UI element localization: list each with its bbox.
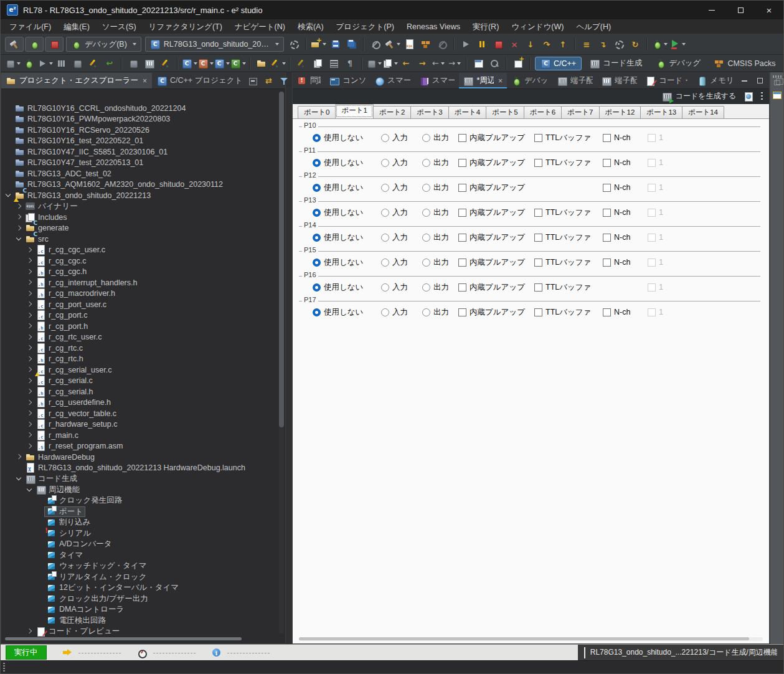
tree-item[interactable]: シリアル [1,528,285,539]
new-wizard-button[interactable] [310,37,327,52]
launch-config-combo[interactable]: RL78G13_ondo_shitudo_20221213 | [145,37,284,52]
annotate-button[interactable] [158,56,173,71]
tree-item[interactable]: r_cg_cgc_user.c [1,245,285,256]
twistie-icon[interactable] [25,255,34,266]
radio-output-P11[interactable]: 出力 [422,155,449,170]
search-button[interactable] [487,56,502,71]
build-button[interactable] [5,37,24,52]
suspend-button[interactable] [475,37,489,52]
tree-item[interactable]: クロック出力/ブザー出力 [1,594,285,605]
port-tab-ポート12[interactable]: ポート12 [599,106,641,118]
maximize-view-button[interactable] [754,75,765,87]
menu-item-9[interactable]: ウィンドウ(W) [505,19,570,34]
search-text-button[interactable] [270,56,285,71]
view-tab-8[interactable]: コード・... [641,73,692,88]
step-over-button[interactable] [539,37,554,52]
new-c-file-button[interactable] [214,56,229,71]
radio-unused-P16[interactable]: 使用しない [313,280,363,295]
view-tab-0[interactable]: 問題 [293,73,325,88]
twistie-icon[interactable] [25,408,34,419]
checkbox-pullup-P10[interactable]: 内蔵プルアップ [458,130,525,145]
profile-button[interactable] [70,56,85,71]
debug-history-button[interactable] [651,37,668,52]
checkbox-pullup-P13[interactable]: 内蔵プルアップ [458,205,525,220]
tree-item[interactable]: ポート [1,506,285,518]
menu-item-1[interactable]: 編集(E) [57,19,96,34]
twistie-icon[interactable] [14,212,23,222]
tree-item[interactable]: r_hardware_setup.c [1,419,285,430]
menu-item-5[interactable]: 検索(A) [291,19,330,34]
twistie-icon[interactable] [25,267,34,277]
tree-item[interactable]: r_cg_serial_user.c [1,364,285,376]
build-all-button[interactable] [418,37,433,52]
save-block-button[interactable] [366,56,381,71]
view-menu-icon[interactable] [761,92,763,100]
collapse-all-button[interactable] [247,75,258,87]
twistie-icon[interactable] [25,397,34,408]
save-button[interactable] [328,37,343,52]
twistie-icon[interactable] [14,223,23,234]
radio-output-P10[interactable]: 出力 [422,130,449,145]
pin-editor-button[interactable] [294,56,309,71]
step-into-button[interactable] [523,37,538,52]
close-icon[interactable]: × [143,77,147,85]
tree-item[interactable]: r_reset_program.asm [1,441,285,452]
back-edit-button[interactable] [399,56,413,71]
checkbox-pullup-P16[interactable]: 内蔵プルアップ [458,280,525,295]
back-button[interactable] [431,56,446,71]
checkbox-ttl-P13[interactable]: TTLバッファ [534,205,591,220]
restore-views-icon[interactable] [774,80,780,85]
view-tab-9[interactable]: メモリー [692,73,739,88]
tree-item[interactable]: r_cg_vector_table.c [1,408,285,419]
new-codegen-button[interactable] [142,56,157,71]
tree-item[interactable]: ウォッチドッグ・タイマ [1,561,285,572]
new-c-source-button[interactable] [182,56,197,71]
twistie-icon[interactable] [25,321,34,331]
tree-item[interactable]: Csrc [1,234,285,245]
menu-item-3[interactable]: リファクタリング(T) [143,19,229,34]
new-class-button[interactable] [230,56,245,71]
port-tab-ポート14[interactable]: ポート14 [682,106,724,118]
close-icon[interactable]: × [498,77,503,85]
move-to-line-button[interactable] [595,37,610,52]
radio-output-P12[interactable]: 出力 [422,180,449,195]
view-tab-6[interactable]: 端子配... [553,73,597,88]
tree-item[interactable]: r_cg_port.h [1,321,285,332]
checkbox-ttl-P16[interactable]: TTLバッファ [534,280,591,295]
format-button[interactable] [326,56,341,71]
tree-item[interactable]: A/Dコンバータ [1,539,285,550]
tree-item[interactable]: コード・プレビュー [1,626,285,637]
tree-item[interactable]: Cgenerate [1,223,285,234]
terminate-button[interactable] [45,37,64,52]
port-tab-ポート2[interactable]: ポート2 [373,106,411,118]
run-button[interactable] [669,37,686,52]
tree-item[interactable]: r_cg_rtc.c [1,343,285,354]
tree-item[interactable]: r_cg_port_user.c [1,299,285,310]
twistie-icon[interactable] [25,277,34,288]
twistie-icon[interactable] [25,245,34,255]
tree-item[interactable]: リアルタイム・クロック [1,572,285,583]
radio-unused-P17[interactable]: 使用しない [313,305,363,320]
port-tab-ポート3[interactable]: ポート3 [410,106,448,118]
twistie-icon[interactable] [14,234,23,244]
menu-item-4[interactable]: ナビゲート(N) [229,19,291,34]
view-tab-1[interactable]: コンソ... [325,73,370,88]
mark-occurrences-button[interactable] [86,56,101,71]
tree-item[interactable]: RL78G10Y16_test_20220522_01 [1,136,285,147]
minimize-button[interactable] [697,1,726,19]
scrollbar-thumb[interactable] [279,92,284,427]
open-element-button[interactable] [254,56,269,71]
radio-input-P16[interactable]: 入力 [381,280,408,295]
last-edit-location-button[interactable] [102,56,117,71]
horizontal-scrollbar[interactable] [299,637,763,641]
checkbox-pullup-P12[interactable]: 内蔵プルアップ [458,180,525,195]
scrollbar-thumb[interactable] [5,637,242,640]
menu-item-7[interactable]: Renesas Views [400,19,466,34]
port-tab-ポート0[interactable]: ポート0 [298,106,336,118]
vertical-scrollbar[interactable] [279,92,284,634]
twistie-icon[interactable] [4,190,12,201]
explorer-tab-1[interactable]: C/C++ プロジェクト [152,73,247,88]
checkbox-pullup-P15[interactable]: 内蔵プルアップ [458,255,525,270]
panel-sash[interactable] [286,72,292,644]
tree-item[interactable]: HardwareDebug [1,452,285,463]
